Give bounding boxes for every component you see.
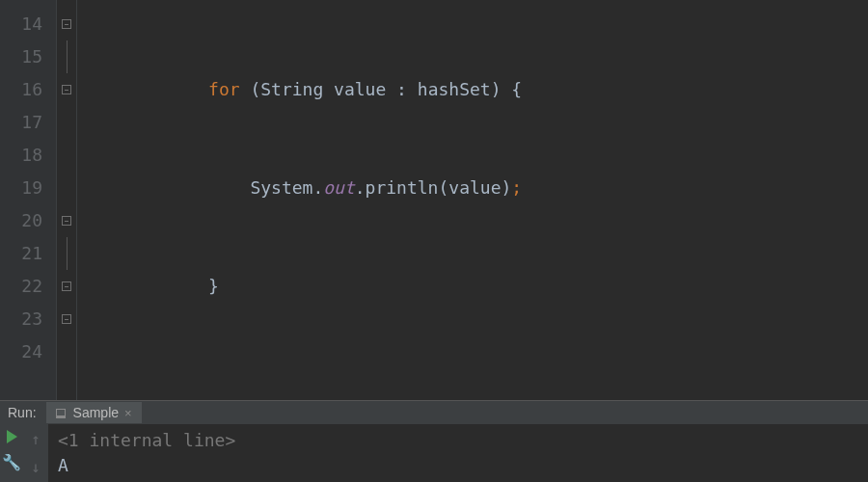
code-line[interactable]: System.out.println(value); (83, 172, 868, 204)
code-area[interactable]: for (String value : hashSet) { System.ou… (77, 0, 868, 400)
line-number: 17 (0, 106, 42, 139)
run-tab-name: Sample (73, 405, 119, 420)
run-toolbar-primary: 🔧 (0, 424, 23, 482)
fold-gutter (56, 0, 77, 400)
run-body: 🔧 ↑ ↓ <1 internal line> A (0, 424, 868, 482)
code-line[interactable]: for (String value : hashSet) { (83, 73, 868, 106)
arrow-up-icon[interactable]: ↑ (31, 430, 41, 448)
semicolon: ; (511, 177, 522, 198)
line-number: 14 (0, 8, 42, 40)
fold-toggle-icon[interactable] (62, 19, 71, 29)
line-number: 18 (0, 139, 42, 172)
fold-toggle-icon[interactable] (62, 314, 71, 324)
line-number: 20 (0, 204, 42, 237)
indent (83, 79, 208, 99)
internal-line-marker: <1 internal line> (58, 428, 858, 453)
indent (83, 276, 208, 296)
run-config-tab[interactable]: Sample × (46, 402, 142, 423)
line-number: 22 (0, 270, 42, 303)
run-toolbar-secondary: ↑ ↓ (23, 424, 48, 482)
run-tool-window: Run: Sample × 🔧 ↑ ↓ <1 internal line> A (0, 400, 868, 482)
wrench-icon[interactable]: 🔧 (2, 453, 21, 471)
fold-toggle-icon[interactable] (62, 216, 71, 226)
code-line[interactable] (83, 368, 868, 401)
line-number-gutter: 14 15 16 17 18 19 20 21 22 23 24 (0, 0, 56, 400)
close-icon[interactable]: × (124, 406, 132, 420)
code-text: (String value : hashSet) { (240, 79, 523, 99)
console-output[interactable]: <1 internal line> A (48, 424, 868, 482)
line-number: 23 (0, 303, 42, 335)
brace: } (208, 276, 219, 296)
line-number: 21 (0, 237, 42, 270)
fold-toggle-icon[interactable] (62, 85, 71, 94)
run-label: Run: (8, 405, 37, 420)
fold-toggle-icon[interactable] (62, 281, 71, 291)
fold-guide (67, 40, 68, 73)
line-number: 15 (0, 40, 42, 73)
code-line[interactable]: } (83, 270, 868, 303)
fold-guide (67, 237, 68, 270)
console-line: A (58, 453, 858, 478)
code-text: .println(value) (355, 177, 512, 198)
line-number: 24 (0, 335, 42, 368)
tab-app-icon (56, 409, 66, 418)
keyword-for: for (208, 79, 240, 99)
run-play-icon[interactable] (7, 430, 17, 443)
static-field: out (323, 177, 355, 198)
line-number: 19 (0, 172, 42, 204)
code-text: System. (250, 177, 323, 198)
line-number: 16 (0, 73, 42, 106)
arrow-down-icon[interactable]: ↓ (31, 458, 41, 476)
indent (83, 177, 250, 198)
code-editor[interactable]: 14 15 16 17 18 19 20 21 22 23 24 for (St… (0, 0, 868, 400)
run-header: Run: Sample × (0, 401, 868, 424)
